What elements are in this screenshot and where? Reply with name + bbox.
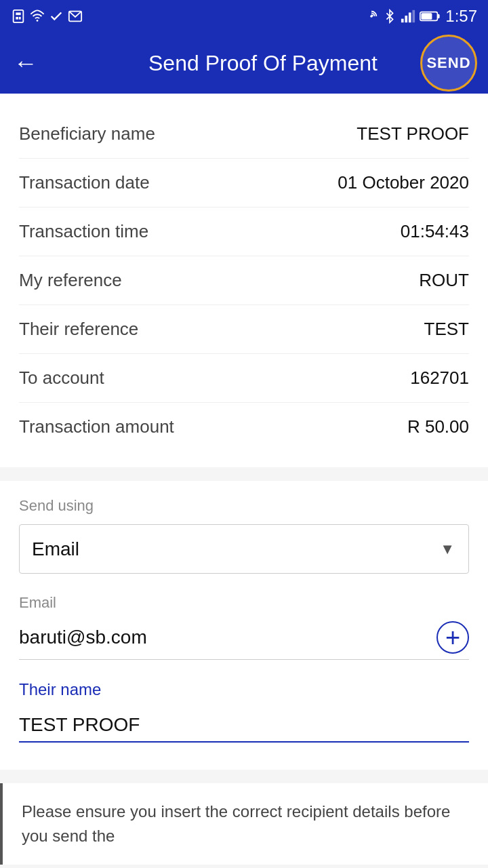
detail-label: Transaction date xyxy=(19,172,150,193)
detail-value: 01:54:43 xyxy=(401,221,469,242)
svg-rect-3 xyxy=(19,17,21,20)
svg-point-6 xyxy=(371,16,372,17)
form-section: Send using EmailSMSFax ▼ Email + Their n… xyxy=(0,481,488,770)
detail-row: Transaction amount R 50.00 xyxy=(19,403,469,451)
their-name-group: Their name xyxy=(19,680,469,743)
bottom-hint: Please ensure you insert the correct rec… xyxy=(0,783,488,865)
svg-rect-9 xyxy=(409,13,411,23)
nfc-icon xyxy=(364,9,379,24)
detail-row: Beneficiary name TEST PROOF xyxy=(19,110,469,159)
svg-point-4 xyxy=(37,20,39,22)
svg-rect-13 xyxy=(422,13,432,20)
svg-rect-1 xyxy=(16,13,20,16)
add-recipient-button[interactable]: + xyxy=(436,621,469,654)
back-button[interactable]: ← xyxy=(14,51,38,75)
email-input[interactable] xyxy=(19,621,436,654)
detail-value: TEST PROOF xyxy=(357,123,469,144)
detail-value: R 50.00 xyxy=(407,416,469,437)
detail-value: 162701 xyxy=(410,368,469,389)
check-icon xyxy=(49,9,64,24)
send-using-label: Send using xyxy=(19,497,469,515)
transaction-details: Beneficiary name TEST PROOF Transaction … xyxy=(0,94,488,467)
send-using-dropdown[interactable]: EmailSMSFax ▼ xyxy=(19,524,469,574)
email-input-row: + xyxy=(19,621,469,660)
svg-rect-12 xyxy=(438,14,440,18)
send-using-select[interactable]: EmailSMSFax xyxy=(20,525,468,573)
detail-label: Transaction amount xyxy=(19,416,174,437)
detail-label: Transaction time xyxy=(19,221,148,242)
hint-text: Please ensure you insert the correct rec… xyxy=(22,802,450,845)
send-button[interactable]: SEND xyxy=(420,35,477,92)
detail-row: Transaction time 01:54:43 xyxy=(19,208,469,256)
wifi-icon xyxy=(30,9,45,24)
detail-value: TEST xyxy=(424,319,469,340)
battery-icon xyxy=(420,9,441,24)
page-title: Send Proof Of Payment xyxy=(52,51,474,76)
status-icons-left xyxy=(11,9,83,24)
svg-rect-2 xyxy=(16,17,18,20)
status-bar: 1:57 xyxy=(0,0,488,33)
mail-icon xyxy=(68,9,83,24)
detail-label: Their reference xyxy=(19,319,138,340)
svg-rect-0 xyxy=(14,10,24,22)
toolbar: ← Send Proof Of Payment SEND xyxy=(0,33,488,94)
sim-icon xyxy=(11,9,26,24)
signal-icon xyxy=(401,9,415,24)
their-name-input[interactable] xyxy=(19,709,469,743)
clock: 1:57 xyxy=(445,7,477,26)
detail-label: Beneficiary name xyxy=(19,123,155,144)
status-icons-right: 1:57 xyxy=(364,7,477,26)
svg-rect-8 xyxy=(405,16,408,22)
send-using-group: Send using EmailSMSFax ▼ xyxy=(19,497,469,574)
svg-rect-10 xyxy=(413,10,415,22)
detail-row: To account 162701 xyxy=(19,354,469,403)
email-group: Email + xyxy=(19,594,469,660)
detail-row: My reference ROUT xyxy=(19,256,469,305)
svg-rect-7 xyxy=(401,19,404,22)
detail-label: My reference xyxy=(19,270,122,291)
email-label: Email xyxy=(19,594,469,612)
detail-value: ROUT xyxy=(419,270,469,291)
detail-row: Their reference TEST xyxy=(19,305,469,354)
bluetooth-icon xyxy=(383,9,396,24)
detail-value: 01 October 2020 xyxy=(338,172,469,193)
detail-row: Transaction date 01 October 2020 xyxy=(19,159,469,208)
their-name-label: Their name xyxy=(19,680,469,699)
detail-label: To account xyxy=(19,368,104,389)
